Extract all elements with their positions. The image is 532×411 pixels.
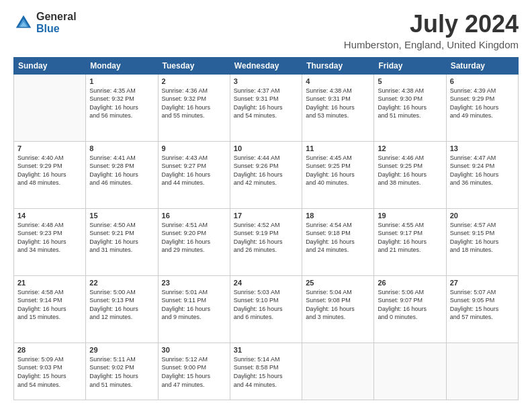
calendar-header-wednesday: Wednesday <box>230 57 302 74</box>
calendar-cell: 24Sunrise: 5:03 AMSunset: 9:10 PMDayligh… <box>230 275 302 342</box>
day-info: Sunrise: 4:58 AMSunset: 9:14 PMDaylight:… <box>17 288 82 322</box>
day-info: Sunrise: 4:55 AMSunset: 9:17 PMDaylight:… <box>378 221 442 255</box>
day-info: Sunrise: 5:11 AMSunset: 9:02 PMDaylight:… <box>89 355 154 389</box>
calendar-cell: 29Sunrise: 5:11 AMSunset: 9:02 PMDayligh… <box>86 342 158 400</box>
day-info: Sunrise: 4:43 AMSunset: 9:27 PMDaylight:… <box>162 154 226 187</box>
day-info: Sunrise: 4:44 AMSunset: 9:26 PMDaylight:… <box>234 154 298 187</box>
day-info: Sunrise: 5:00 AMSunset: 9:13 PMDaylight:… <box>89 288 154 322</box>
calendar-cell: 9Sunrise: 4:43 AMSunset: 9:27 PMDaylight… <box>158 141 230 208</box>
calendar-cell: 26Sunrise: 5:06 AMSunset: 9:07 PMDayligh… <box>374 275 446 342</box>
calendar-week-row: 21Sunrise: 4:58 AMSunset: 9:14 PMDayligh… <box>14 275 519 342</box>
calendar-cell: 18Sunrise: 4:54 AMSunset: 9:18 PMDayligh… <box>302 208 374 275</box>
calendar-cell: 22Sunrise: 5:00 AMSunset: 9:13 PMDayligh… <box>86 275 158 342</box>
day-number: 3 <box>234 77 298 85</box>
calendar-cell <box>302 342 374 400</box>
calendar-cell: 20Sunrise: 4:57 AMSunset: 9:15 PMDayligh… <box>446 208 518 275</box>
day-number: 29 <box>89 346 154 354</box>
calendar-cell: 2Sunrise: 4:36 AMSunset: 9:32 PMDaylight… <box>158 74 230 141</box>
day-number: 15 <box>89 212 154 220</box>
calendar-cell: 13Sunrise: 4:47 AMSunset: 9:24 PMDayligh… <box>446 141 518 208</box>
calendar-cell <box>374 342 446 400</box>
day-info: Sunrise: 5:14 AMSunset: 8:58 PMDaylight:… <box>234 355 298 389</box>
day-number: 26 <box>378 279 442 287</box>
day-info: Sunrise: 4:38 AMSunset: 9:30 PMDaylight:… <box>378 87 442 120</box>
day-info: Sunrise: 5:01 AMSunset: 9:11 PMDaylight:… <box>162 288 226 322</box>
calendar-cell: 10Sunrise: 4:44 AMSunset: 9:26 PMDayligh… <box>230 141 302 208</box>
day-number: 28 <box>17 346 82 354</box>
calendar-cell: 21Sunrise: 4:58 AMSunset: 9:14 PMDayligh… <box>14 275 86 342</box>
calendar-cell: 12Sunrise: 4:46 AMSunset: 9:25 PMDayligh… <box>374 141 446 208</box>
day-number: 6 <box>450 77 515 85</box>
day-number: 27 <box>450 279 515 287</box>
day-info: Sunrise: 4:40 AMSunset: 9:29 PMDaylight:… <box>17 154 82 187</box>
calendar-cell: 16Sunrise: 4:51 AMSunset: 9:20 PMDayligh… <box>158 208 230 275</box>
day-number: 16 <box>162 212 226 220</box>
header: General Blue July 2024 Humberston, Engla… <box>13 11 519 50</box>
day-info: Sunrise: 5:07 AMSunset: 9:05 PMDaylight:… <box>450 288 515 322</box>
calendar-header-friday: Friday <box>374 57 446 74</box>
day-number: 1 <box>89 77 154 85</box>
calendar-cell: 3Sunrise: 4:37 AMSunset: 9:31 PMDaylight… <box>230 74 302 141</box>
page: General Blue July 2024 Humberston, Engla… <box>0 0 532 411</box>
calendar-cell: 1Sunrise: 4:35 AMSunset: 9:32 PMDaylight… <box>86 74 158 141</box>
day-info: Sunrise: 4:37 AMSunset: 9:31 PMDaylight:… <box>234 87 298 120</box>
logo: General Blue <box>13 11 77 35</box>
day-number: 7 <box>17 144 82 152</box>
calendar-subtitle: Humberston, England, United Kingdom <box>344 39 519 50</box>
calendar-cell: 11Sunrise: 4:45 AMSunset: 9:25 PMDayligh… <box>302 141 374 208</box>
day-number: 11 <box>306 144 370 152</box>
day-number: 13 <box>450 144 515 152</box>
day-info: Sunrise: 4:36 AMSunset: 9:32 PMDaylight:… <box>162 87 226 120</box>
title-block: July 2024 Humberston, England, United Ki… <box>344 11 519 50</box>
day-number: 4 <box>306 77 370 85</box>
day-number: 22 <box>89 279 154 287</box>
day-number: 20 <box>450 212 515 220</box>
day-info: Sunrise: 4:52 AMSunset: 9:19 PMDaylight:… <box>234 221 298 255</box>
day-number: 14 <box>17 212 82 220</box>
day-number: 23 <box>162 279 226 287</box>
logo-text: General Blue <box>36 11 77 35</box>
day-info: Sunrise: 4:47 AMSunset: 9:24 PMDaylight:… <box>450 154 515 187</box>
calendar-week-row: 1Sunrise: 4:35 AMSunset: 9:32 PMDaylight… <box>14 74 519 141</box>
calendar-header-row: SundayMondayTuesdayWednesdayThursdayFrid… <box>14 57 519 74</box>
day-info: Sunrise: 4:57 AMSunset: 9:15 PMDaylight:… <box>450 221 515 255</box>
day-number: 24 <box>234 279 298 287</box>
calendar-cell: 15Sunrise: 4:50 AMSunset: 9:21 PMDayligh… <box>86 208 158 275</box>
day-number: 21 <box>17 279 82 287</box>
day-number: 17 <box>234 212 298 220</box>
day-info: Sunrise: 5:04 AMSunset: 9:08 PMDaylight:… <box>306 288 370 322</box>
day-info: Sunrise: 4:46 AMSunset: 9:25 PMDaylight:… <box>378 154 442 187</box>
calendar-header-monday: Monday <box>86 57 158 74</box>
day-info: Sunrise: 5:09 AMSunset: 9:03 PMDaylight:… <box>17 355 82 389</box>
day-number: 5 <box>378 77 442 85</box>
day-info: Sunrise: 4:51 AMSunset: 9:20 PMDaylight:… <box>162 221 226 255</box>
calendar-cell: 6Sunrise: 4:39 AMSunset: 9:29 PMDaylight… <box>446 74 518 141</box>
calendar-title: July 2024 <box>344 11 519 38</box>
calendar-cell: 27Sunrise: 5:07 AMSunset: 9:05 PMDayligh… <box>446 275 518 342</box>
calendar-cell: 4Sunrise: 4:38 AMSunset: 9:31 PMDaylight… <box>302 74 374 141</box>
day-number: 8 <box>89 144 154 152</box>
day-number: 2 <box>162 77 226 85</box>
calendar-cell: 17Sunrise: 4:52 AMSunset: 9:19 PMDayligh… <box>230 208 302 275</box>
calendar-cell: 7Sunrise: 4:40 AMSunset: 9:29 PMDaylight… <box>14 141 86 208</box>
day-number: 12 <box>378 144 442 152</box>
calendar-cell: 23Sunrise: 5:01 AMSunset: 9:11 PMDayligh… <box>158 275 230 342</box>
calendar-cell: 19Sunrise: 4:55 AMSunset: 9:17 PMDayligh… <box>374 208 446 275</box>
calendar-cell: 31Sunrise: 5:14 AMSunset: 8:58 PMDayligh… <box>230 342 302 400</box>
calendar-cell: 25Sunrise: 5:04 AMSunset: 9:08 PMDayligh… <box>302 275 374 342</box>
calendar-week-row: 14Sunrise: 4:48 AMSunset: 9:23 PMDayligh… <box>14 208 519 275</box>
day-info: Sunrise: 5:03 AMSunset: 9:10 PMDaylight:… <box>234 288 298 322</box>
calendar-week-row: 28Sunrise: 5:09 AMSunset: 9:03 PMDayligh… <box>14 342 519 400</box>
day-number: 9 <box>162 144 226 152</box>
calendar-header-tuesday: Tuesday <box>158 57 230 74</box>
day-info: Sunrise: 4:50 AMSunset: 9:21 PMDaylight:… <box>89 221 154 255</box>
calendar-header-saturday: Saturday <box>446 57 518 74</box>
calendar-cell: 28Sunrise: 5:09 AMSunset: 9:03 PMDayligh… <box>14 342 86 400</box>
calendar-cell: 5Sunrise: 4:38 AMSunset: 9:30 PMDaylight… <box>374 74 446 141</box>
day-number: 25 <box>306 279 370 287</box>
day-number: 10 <box>234 144 298 152</box>
calendar-cell <box>14 74 86 141</box>
calendar-cell: 14Sunrise: 4:48 AMSunset: 9:23 PMDayligh… <box>14 208 86 275</box>
day-info: Sunrise: 4:48 AMSunset: 9:23 PMDaylight:… <box>17 221 82 255</box>
day-info: Sunrise: 4:41 AMSunset: 9:28 PMDaylight:… <box>89 154 154 187</box>
